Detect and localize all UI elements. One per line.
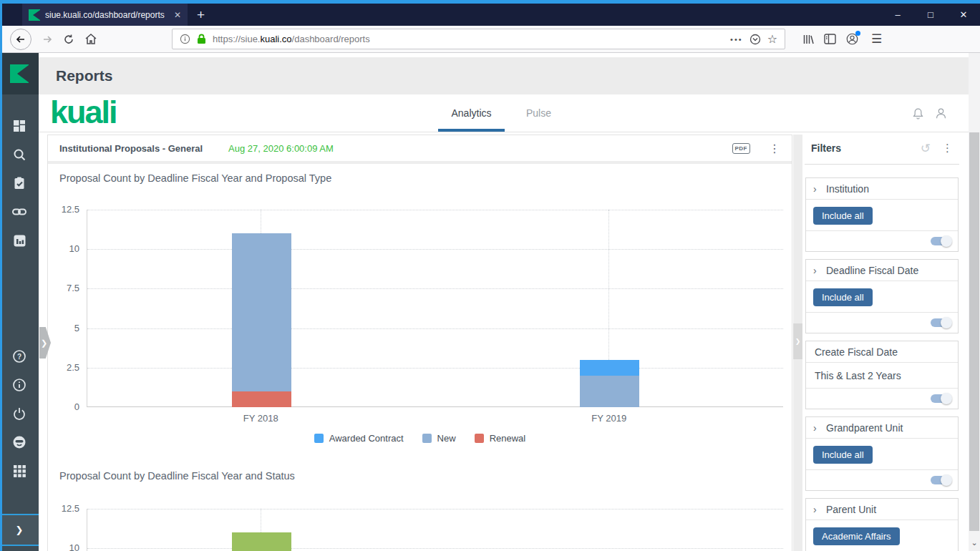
filter-toggle[interactable]: [931, 476, 951, 484]
filter-label: Deadline Fiscal Date: [826, 265, 918, 276]
chart2-title: Proposal Count by Deadline Fiscal Year a…: [59, 470, 295, 482]
category-guide-line: [261, 509, 261, 532]
filter-toggle-row: [806, 313, 958, 333]
filter-toggle[interactable]: [931, 394, 951, 403]
forward-button[interactable]: [42, 34, 53, 45]
sidebar-item-reports[interactable]: [0, 226, 39, 255]
report-menu-icon[interactable]: ⋮: [769, 142, 780, 155]
tab-close-icon[interactable]: ✕: [171, 10, 181, 20]
tab-pulse[interactable]: Pulse: [512, 94, 566, 132]
feedback-face-icon: [12, 435, 26, 449]
filter-value[interactable]: This & Last 2 Years: [806, 363, 958, 389]
svg-text:?: ?: [17, 353, 21, 361]
filter-toggle[interactable]: [931, 237, 951, 245]
sidebar-item-logout[interactable]: [0, 399, 39, 428]
library-icon: [802, 34, 814, 45]
sidebar-item-search[interactable]: [0, 140, 39, 169]
legend-label: Renewal: [490, 433, 526, 444]
filters-header: Filters ↺ ⋮: [805, 132, 959, 165]
library-button[interactable]: [802, 34, 814, 45]
report-scrollbar-thumb[interactable]: ❯: [793, 323, 802, 359]
tab-analytics[interactable]: Analytics: [438, 94, 505, 132]
scroll-down-button[interactable]: ⌄: [969, 538, 980, 550]
filter-section-header[interactable]: Create Fiscal Date: [806, 341, 958, 363]
reload-button[interactable]: [63, 34, 74, 45]
export-pdf-button[interactable]: PDF: [732, 143, 751, 154]
y-axis-tick-label: 12.5: [48, 503, 79, 515]
notifications-bell-icon[interactable]: [911, 107, 925, 120]
filter-section-header[interactable]: › Institution: [806, 178, 958, 200]
bar-segment[interactable]: [232, 233, 291, 391]
user-profile-icon[interactable]: [934, 107, 948, 120]
filters-reset-icon[interactable]: ↺: [921, 141, 931, 156]
sidebar-item-apps[interactable]: [0, 457, 39, 485]
page-info-icon[interactable]: [180, 34, 190, 44]
bar-segment[interactable]: [232, 532, 291, 551]
back-button[interactable]: [10, 29, 31, 50]
legend-item[interactable]: Renewal: [475, 433, 526, 444]
home-button[interactable]: [84, 33, 97, 45]
browser-tab[interactable]: siue.kuali.co/dashboard/reports ✕: [22, 4, 188, 26]
y-axis-tick-label: 2.5: [48, 362, 79, 374]
menu-button[interactable]: ☰: [871, 31, 882, 47]
reports-title-band: Reports: [39, 57, 980, 94]
chart1-title: Proposal Count by Deadline Fiscal Year a…: [59, 172, 331, 184]
sidebar-logo[interactable]: [0, 53, 39, 94]
filters-menu-icon[interactable]: ⋮: [942, 142, 953, 155]
page-scrollbar-track[interactable]: ⌄: [969, 53, 980, 551]
chevron-right-icon: ›: [813, 422, 826, 434]
dashboard-icon: [12, 119, 26, 133]
sidebar-item-links[interactable]: [0, 198, 39, 226]
legend-item[interactable]: New: [422, 433, 456, 444]
chevron-right-icon: ›: [813, 183, 826, 195]
window-minimize-button[interactable]: –: [881, 4, 914, 26]
window-close-button[interactable]: ✕: [947, 4, 980, 26]
sidebars-button[interactable]: [824, 34, 836, 44]
filter-section-header[interactable]: › Deadline Fiscal Date: [806, 260, 958, 281]
page-actions-icon[interactable]: •••: [730, 35, 743, 44]
filter-chip[interactable]: Include all: [813, 207, 873, 225]
bookmark-star-icon[interactable]: ☆: [767, 32, 777, 46]
header-icons: [911, 94, 948, 132]
filter-toggle[interactable]: [931, 318, 951, 327]
filter-chip[interactable]: Academic Affairs: [813, 527, 900, 545]
report-title: Institutional Proposals - General: [59, 143, 203, 154]
legend-item[interactable]: Awarded Contract: [314, 433, 404, 444]
filter-section-parent-unit: › Parent Unit Academic Affairs: [805, 498, 959, 551]
bar-segment[interactable]: [580, 376, 639, 407]
x-axis-tick-label: FY 2019: [566, 413, 652, 424]
power-icon: [12, 406, 26, 421]
filter-chip[interactable]: Include all: [813, 288, 873, 306]
titlebar-spacer: [214, 4, 881, 26]
sidebar-expand-button[interactable]: ❯: [0, 514, 39, 546]
bar-segment[interactable]: [232, 391, 291, 407]
strip-chevron-icon: ❯: [795, 338, 801, 345]
sidebar-item-help[interactable]: ?: [0, 342, 39, 371]
filter-section-header[interactable]: › Grandparent Unit: [806, 417, 958, 439]
page-scrollbar-thumb[interactable]: [969, 132, 979, 531]
chart1-x-axis: FY 2018FY 2019: [87, 413, 783, 424]
url-text: https://siue.kuali.co/dashboard/reports: [213, 34, 370, 44]
url-bar[interactable]: https://siue.kuali.co/dashboard/reports …: [172, 29, 785, 49]
bar-chart-icon: [12, 233, 27, 248]
https-lock-icon[interactable]: [197, 34, 206, 44]
gridline: [87, 509, 783, 509]
pocket-icon[interactable]: [749, 34, 761, 45]
app-header: kuali Analytics Pulse: [39, 94, 980, 132]
report-scrollbar-track[interactable]: ❯: [793, 135, 802, 551]
account-button[interactable]: [846, 33, 858, 45]
sidebar-item-feedback[interactable]: [0, 428, 39, 457]
filter-section-header[interactable]: › Parent Unit: [806, 499, 958, 520]
legend-label: New: [437, 433, 456, 444]
y-axis-tick-label: 0: [48, 401, 79, 413]
expand-chevron-icon: ❯: [16, 525, 24, 535]
legend-swatch: [475, 434, 484, 443]
sidebar-item-info[interactable]: [0, 371, 39, 399]
sidebar-item-dashboard[interactable]: [0, 112, 39, 140]
new-tab-button[interactable]: +: [188, 4, 214, 26]
window-maximize-button[interactable]: □: [914, 4, 947, 26]
filter-chip[interactable]: Include all: [813, 446, 873, 464]
bar-segment[interactable]: [580, 360, 639, 376]
toggle-knob: [941, 317, 952, 328]
sidebar-item-tasks[interactable]: [0, 169, 39, 198]
